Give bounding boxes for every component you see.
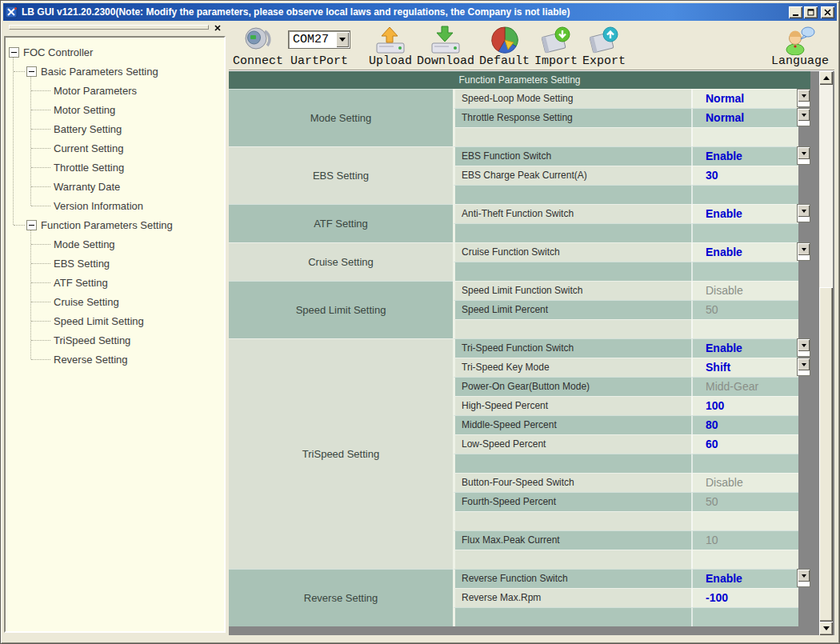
close-icon [824, 9, 831, 16]
param-name: Button-Four-Speed Switch [453, 473, 691, 492]
title-bar: LB GUI v121.20.2300(Note: Modify the par… [3, 3, 837, 21]
uartport-dropdown-button[interactable] [336, 32, 349, 47]
group-cell-ebs-setting: EBS Setting [229, 146, 453, 204]
param-name: Power-On Gear(Button Mode) [453, 377, 691, 396]
vertical-scrollbar[interactable] [819, 71, 833, 635]
param-name: Cruise Function Switch [453, 242, 691, 262]
panel-gripper[interactable] [9, 25, 209, 30]
value-dropdown[interactable] [797, 569, 810, 587]
param-value[interactable]: Normal [691, 89, 798, 108]
upload-button[interactable]: Upload [369, 23, 412, 68]
scroll-up-button[interactable] [819, 71, 833, 85]
param-value[interactable]: 30 [691, 166, 798, 185]
table-row: Throttle Response Setting Normal [453, 108, 810, 127]
param-name: EBS Function Switch [453, 146, 691, 166]
export-button[interactable]: Export [582, 23, 626, 68]
minimize-icon [792, 9, 799, 16]
import-button[interactable]: Import [534, 23, 578, 68]
param-name: Speed Limit Percent [453, 300, 691, 319]
chevron-down-icon[interactable] [798, 90, 810, 102]
spacer-row [453, 185, 810, 204]
tree-dash [31, 167, 50, 168]
parameters-grid: Function Parameters Setting Mode Setting… [229, 71, 810, 626]
chevron-down-icon[interactable] [798, 339, 810, 351]
param-value[interactable]: -100 [691, 588, 798, 607]
param-name: Reverse Function Switch [453, 569, 691, 588]
spacer-row [453, 223, 810, 242]
tree-dash [31, 129, 50, 130]
download-button[interactable]: Download [417, 23, 474, 68]
chevron-down-icon[interactable] [798, 205, 810, 217]
window-title: LB GUI v121.20.2300(Note: Modify the par… [22, 6, 787, 18]
param-value[interactable]: Enable [691, 146, 798, 166]
download-label: Download [417, 55, 474, 68]
chevron-down-icon [339, 38, 346, 42]
close-icon [214, 25, 221, 31]
param-value[interactable]: Shift [691, 358, 798, 377]
scroll-down-button[interactable] [819, 622, 833, 635]
language-label: Language [771, 55, 829, 68]
export-label: Export [582, 55, 626, 68]
maximize-button[interactable] [804, 6, 818, 18]
param-value[interactable]: 60 [691, 434, 798, 454]
param-value[interactable]: Enable [691, 204, 798, 223]
main-area: Function Parameters Setting Mode Setting… [229, 71, 834, 635]
param-name: Middle-Speed Percent [453, 415, 691, 434]
value-dropdown[interactable] [797, 89, 810, 107]
export-icon [586, 25, 622, 55]
group-cell-mode-setting: Mode Setting [229, 89, 453, 146]
tree-rail [13, 57, 14, 225]
tree-dash [31, 244, 50, 245]
collapse-icon[interactable] [9, 47, 19, 58]
connect-icon [242, 25, 274, 55]
app-window: LB GUI v121.20.2300(Note: Modify the par… [0, 0, 840, 644]
param-value[interactable]: Enable [691, 242, 798, 262]
grid-header: Function Parameters Setting [229, 71, 810, 89]
tree-dash [31, 206, 50, 206]
language-button[interactable]: Language [771, 23, 829, 68]
close-button[interactable] [821, 6, 834, 18]
value-dropdown[interactable] [797, 358, 810, 376]
connect-label: Connect [233, 55, 283, 68]
value-dropdown[interactable] [797, 338, 810, 357]
value-dropdown[interactable] [797, 242, 810, 261]
param-value[interactable]: 100 [691, 396, 798, 415]
value-dropdown[interactable] [797, 108, 810, 126]
tree-dash [31, 340, 50, 341]
param-value[interactable]: Enable [691, 569, 798, 588]
param-value: Disable [691, 281, 798, 300]
collapse-icon[interactable] [26, 66, 37, 77]
chevron-down-icon[interactable] [798, 358, 810, 370]
table-row: Anti-Theft Function Switch Enable [453, 204, 810, 223]
value-dropdown[interactable] [797, 146, 810, 165]
chevron-down-icon [823, 626, 830, 630]
param-value[interactable]: 80 [691, 415, 798, 434]
minimize-button[interactable] [789, 6, 802, 18]
param-name: Low-Speed Percent [453, 434, 691, 454]
spacer-row [453, 607, 810, 626]
panel-close-button[interactable] [212, 22, 223, 33]
chevron-down-icon[interactable] [798, 109, 810, 121]
param-value[interactable]: Enable [691, 338, 798, 358]
chevron-down-icon[interactable] [798, 147, 810, 159]
param-value: Disable [691, 473, 798, 492]
connect-button[interactable]: Connect [233, 23, 283, 68]
group-cell-reverse-setting: Reverse Setting [229, 569, 453, 626]
scrollbar-thumb[interactable] [819, 287, 833, 622]
default-button[interactable]: Default [479, 23, 530, 68]
chevron-down-icon[interactable] [798, 570, 810, 582]
param-name: Speed-Loop Mode Setting [453, 89, 691, 108]
table-row: EBS Charge Peak Current(A) 30 [453, 166, 810, 185]
param-value[interactable]: Normal [691, 108, 798, 127]
param-name: Fourth-Speed Percent [453, 492, 691, 511]
uartport-select[interactable]: COM27 [288, 30, 350, 49]
param-name: Reverse Max.Rpm [453, 588, 691, 607]
spacer-row [453, 262, 810, 281]
maximize-icon [807, 9, 814, 16]
tree-dash [31, 110, 50, 110]
tree-dash [31, 321, 50, 322]
tree-dash [31, 282, 50, 283]
chevron-down-icon[interactable] [798, 243, 810, 255]
value-dropdown[interactable] [797, 204, 810, 222]
collapse-icon[interactable] [26, 220, 37, 230]
